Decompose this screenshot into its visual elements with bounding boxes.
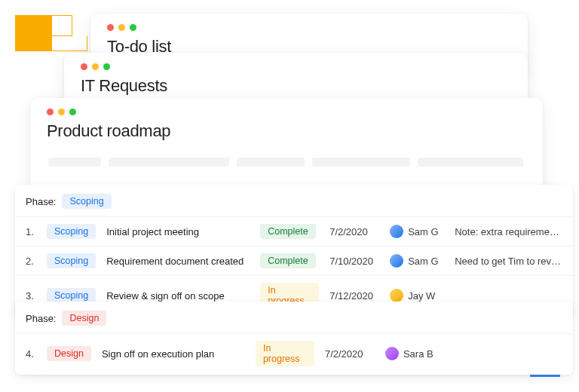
maximize-icon[interactable]	[130, 24, 136, 31]
maximize-icon[interactable]	[103, 63, 110, 70]
phase-group-header: Phase:Scoping	[15, 192, 573, 216]
row-note[interactable]: Note: extra requirement to...	[455, 226, 562, 237]
avatar	[385, 347, 399, 360]
row-title[interactable]: Requirement document created	[106, 256, 250, 267]
table-row[interactable]: 1.ScopingInitial project meetingComplete…	[15, 216, 573, 246]
phase-pill[interactable]: Scoping	[62, 194, 111, 209]
row-assignee[interactable]: Sam G	[390, 225, 444, 238]
decoration-top-left	[15, 15, 87, 53]
row-date[interactable]: 7/2/2020	[325, 348, 375, 360]
window-title: IT Requests	[81, 76, 511, 96]
row-status[interactable]: Complete	[260, 253, 319, 268]
avatar	[390, 254, 403, 268]
row-title[interactable]: Sign off on execution plan	[102, 348, 245, 360]
row-date[interactable]: 7/10/2020	[329, 256, 379, 267]
minimize-icon[interactable]	[118, 24, 125, 31]
window-controls[interactable]	[81, 63, 511, 70]
assignee-name: Jay W	[408, 290, 435, 302]
maximize-icon[interactable]	[69, 109, 76, 115]
row-title[interactable]: Initial project meeting	[106, 226, 250, 237]
minimize-icon[interactable]	[58, 109, 65, 115]
row-phase-pill[interactable]: Scoping	[47, 288, 96, 303]
row-status[interactable]: Complete	[260, 224, 319, 239]
phase-label: Phase:	[26, 196, 56, 207]
assignee-name: Sam G	[408, 226, 438, 237]
assignee-name: Sam G	[408, 256, 438, 267]
avatar	[390, 289, 403, 302]
phase-group-header: Phase:Design	[15, 309, 573, 333]
phase-group: Phase:Scoping1.ScopingInitial project me…	[15, 185, 573, 317]
row-title[interactable]: Review & sign off on scope	[106, 290, 250, 302]
row-note[interactable]: Need to get Tim to review	[455, 256, 562, 267]
row-date[interactable]: 7/2/2020	[329, 226, 379, 237]
row-assignee[interactable]: Jay W	[390, 289, 444, 302]
row-phase-pill[interactable]: Scoping	[47, 253, 96, 268]
row-assignee[interactable]: Sara B	[385, 347, 440, 360]
close-icon[interactable]	[107, 24, 114, 31]
row-number: 3.	[26, 290, 36, 302]
assignee-name: Sara B	[403, 348, 433, 360]
avatar	[390, 225, 403, 238]
toolbar-placeholder	[47, 158, 526, 167]
row-date[interactable]: 7/12/2020	[329, 290, 379, 302]
row-number: 1.	[26, 226, 36, 237]
phase-label: Phase:	[26, 313, 56, 324]
window-controls[interactable]	[107, 24, 511, 31]
row-assignee[interactable]: Sam G	[390, 254, 444, 268]
row-number: 2.	[26, 256, 36, 267]
row-phase-pill[interactable]: Scoping	[47, 224, 96, 239]
phase-pill[interactable]: Design	[62, 311, 106, 326]
close-icon[interactable]	[47, 109, 54, 115]
row-status[interactable]: In progress	[256, 341, 314, 366]
phase-group: Phase:Design4.DesignSign off on executio…	[15, 302, 573, 375]
table-row[interactable]: 4.DesignSign off on execution planIn pro…	[15, 333, 573, 373]
status-pill: In progress	[256, 341, 314, 366]
minimize-icon[interactable]	[92, 63, 99, 70]
status-pill: Complete	[260, 253, 316, 268]
row-phase-pill[interactable]: Design	[47, 346, 91, 361]
table-row[interactable]: 2.ScopingRequirement document createdCom…	[15, 246, 573, 275]
status-pill: Complete	[260, 224, 316, 239]
row-number: 4.	[26, 348, 36, 360]
close-icon[interactable]	[81, 63, 87, 70]
window-controls[interactable]	[47, 109, 526, 115]
window-title: Product roadmap	[47, 121, 526, 141]
